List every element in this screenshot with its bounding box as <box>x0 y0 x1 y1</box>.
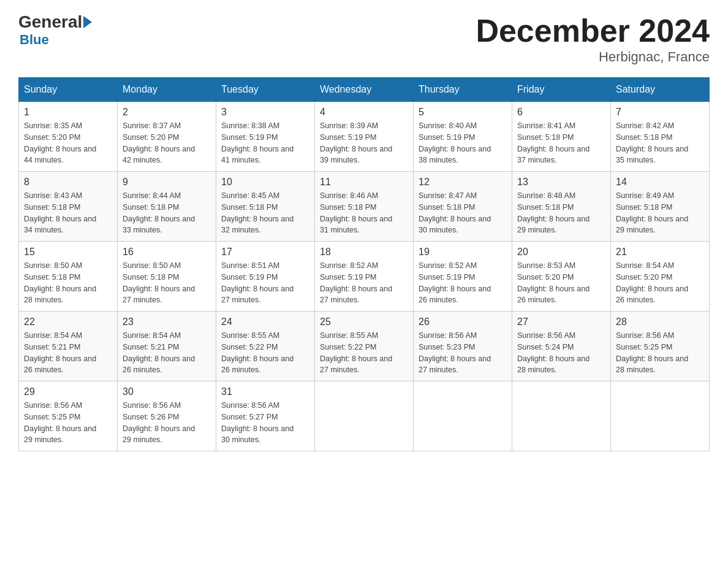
day-info: Sunrise: 8:50 AMSunset: 5:18 PMDaylight:… <box>24 260 112 306</box>
calendar-cell: 13 Sunrise: 8:48 AMSunset: 5:18 PMDaylig… <box>512 172 611 242</box>
day-number: 8 <box>24 177 112 188</box>
day-info: Sunrise: 8:42 AMSunset: 5:18 PMDaylight:… <box>616 120 704 166</box>
calendar-cell: 12 Sunrise: 8:47 AMSunset: 5:18 PMDaylig… <box>414 172 512 242</box>
day-info: Sunrise: 8:52 AMSunset: 5:19 PMDaylight:… <box>320 260 408 306</box>
calendar-cell: 6 Sunrise: 8:41 AMSunset: 5:18 PMDayligh… <box>512 102 611 172</box>
day-info: Sunrise: 8:54 AMSunset: 5:21 PMDaylight:… <box>123 330 211 376</box>
header-day-wednesday: Wednesday <box>315 78 414 102</box>
calendar-cell: 7 Sunrise: 8:42 AMSunset: 5:18 PMDayligh… <box>611 102 710 172</box>
day-number: 10 <box>221 177 309 188</box>
calendar-cell: 15 Sunrise: 8:50 AMSunset: 5:18 PMDaylig… <box>19 242 118 312</box>
day-number: 4 <box>320 107 408 118</box>
day-number: 24 <box>221 316 309 327</box>
day-number: 22 <box>24 316 112 327</box>
calendar-cell: 3 Sunrise: 8:38 AMSunset: 5:19 PMDayligh… <box>216 102 315 172</box>
day-number: 12 <box>419 177 507 188</box>
day-info: Sunrise: 8:39 AMSunset: 5:19 PMDaylight:… <box>320 120 408 166</box>
day-info: Sunrise: 8:41 AMSunset: 5:18 PMDaylight:… <box>517 120 605 166</box>
calendar-cell <box>315 381 414 451</box>
day-info: Sunrise: 8:56 AMSunset: 5:27 PMDaylight:… <box>221 400 309 446</box>
calendar-cell: 2 Sunrise: 8:37 AMSunset: 5:20 PMDayligh… <box>118 102 216 172</box>
logo-general-text: General <box>18 12 82 32</box>
calendar-cell: 9 Sunrise: 8:44 AMSunset: 5:18 PMDayligh… <box>118 172 216 242</box>
day-info: Sunrise: 8:45 AMSunset: 5:18 PMDaylight:… <box>221 190 309 236</box>
calendar-cell: 24 Sunrise: 8:55 AMSunset: 5:22 PMDaylig… <box>216 312 315 381</box>
day-number: 23 <box>123 316 211 327</box>
calendar-cell: 31 Sunrise: 8:56 AMSunset: 5:27 PMDaylig… <box>216 381 315 451</box>
day-info: Sunrise: 8:56 AMSunset: 5:25 PMDaylight:… <box>616 330 704 376</box>
day-info: Sunrise: 8:38 AMSunset: 5:19 PMDaylight:… <box>221 120 309 166</box>
calendar-cell: 4 Sunrise: 8:39 AMSunset: 5:19 PMDayligh… <box>315 102 414 172</box>
header-row: SundayMondayTuesdayWednesdayThursdayFrid… <box>19 78 710 102</box>
day-number: 14 <box>616 177 704 188</box>
day-number: 27 <box>517 316 605 327</box>
calendar-cell: 1 Sunrise: 8:35 AMSunset: 5:20 PMDayligh… <box>19 102 118 172</box>
day-number: 28 <box>616 316 704 327</box>
calendar-body: 1 Sunrise: 8:35 AMSunset: 5:20 PMDayligh… <box>19 102 710 451</box>
day-info: Sunrise: 8:54 AMSunset: 5:20 PMDaylight:… <box>616 260 704 306</box>
day-info: Sunrise: 8:43 AMSunset: 5:18 PMDaylight:… <box>24 190 112 236</box>
calendar-cell: 11 Sunrise: 8:46 AMSunset: 5:18 PMDaylig… <box>315 172 414 242</box>
day-number: 7 <box>616 107 704 118</box>
calendar-week-5: 29 Sunrise: 8:56 AMSunset: 5:25 PMDaylig… <box>19 381 710 451</box>
day-number: 25 <box>320 316 408 327</box>
calendar-week-1: 1 Sunrise: 8:35 AMSunset: 5:20 PMDayligh… <box>19 102 710 172</box>
calendar-week-2: 8 Sunrise: 8:43 AMSunset: 5:18 PMDayligh… <box>19 172 710 242</box>
day-number: 31 <box>221 386 309 397</box>
day-number: 19 <box>419 247 507 258</box>
day-info: Sunrise: 8:56 AMSunset: 5:25 PMDaylight:… <box>24 400 112 446</box>
calendar-cell: 17 Sunrise: 8:51 AMSunset: 5:19 PMDaylig… <box>216 242 315 312</box>
calendar-cell <box>611 381 710 451</box>
logo-blue-text: Blue <box>20 32 49 48</box>
header-day-thursday: Thursday <box>414 78 512 102</box>
calendar-cell <box>414 381 512 451</box>
header-day-friday: Friday <box>512 78 611 102</box>
logo-arrow-icon <box>83 16 92 28</box>
page-header: General Blue December 2024 Herbignac, Fr… <box>18 12 710 65</box>
header-day-saturday: Saturday <box>611 78 710 102</box>
calendar-header: SundayMondayTuesdayWednesdayThursdayFrid… <box>19 78 710 102</box>
day-info: Sunrise: 8:44 AMSunset: 5:18 PMDaylight:… <box>123 190 211 236</box>
month-title: December 2024 <box>476 12 710 49</box>
location-text: Herbignac, France <box>476 49 710 65</box>
day-number: 18 <box>320 247 408 258</box>
calendar-cell: 16 Sunrise: 8:50 AMSunset: 5:18 PMDaylig… <box>118 242 216 312</box>
day-number: 6 <box>517 107 605 118</box>
day-info: Sunrise: 8:46 AMSunset: 5:18 PMDaylight:… <box>320 190 408 236</box>
day-number: 26 <box>419 316 507 327</box>
header-day-sunday: Sunday <box>19 78 118 102</box>
calendar-cell: 5 Sunrise: 8:40 AMSunset: 5:19 PMDayligh… <box>414 102 512 172</box>
calendar-cell: 29 Sunrise: 8:56 AMSunset: 5:25 PMDaylig… <box>19 381 118 451</box>
calendar-week-4: 22 Sunrise: 8:54 AMSunset: 5:21 PMDaylig… <box>19 312 710 381</box>
calendar-cell: 30 Sunrise: 8:56 AMSunset: 5:26 PMDaylig… <box>118 381 216 451</box>
day-info: Sunrise: 8:51 AMSunset: 5:19 PMDaylight:… <box>221 260 309 306</box>
day-number: 11 <box>320 177 408 188</box>
day-info: Sunrise: 8:54 AMSunset: 5:21 PMDaylight:… <box>24 330 112 376</box>
day-number: 13 <box>517 177 605 188</box>
day-info: Sunrise: 8:37 AMSunset: 5:20 PMDaylight:… <box>123 120 211 166</box>
day-info: Sunrise: 8:49 AMSunset: 5:18 PMDaylight:… <box>616 190 704 236</box>
title-section: December 2024 Herbignac, France <box>476 12 710 65</box>
day-info: Sunrise: 8:48 AMSunset: 5:18 PMDaylight:… <box>517 190 605 236</box>
day-number: 1 <box>24 107 112 118</box>
day-info: Sunrise: 8:40 AMSunset: 5:19 PMDaylight:… <box>419 120 507 166</box>
day-info: Sunrise: 8:35 AMSunset: 5:20 PMDaylight:… <box>24 120 112 166</box>
day-number: 9 <box>123 177 211 188</box>
day-number: 15 <box>24 247 112 258</box>
header-day-monday: Monday <box>118 78 216 102</box>
calendar-cell: 23 Sunrise: 8:54 AMSunset: 5:21 PMDaylig… <box>118 312 216 381</box>
calendar-cell: 19 Sunrise: 8:52 AMSunset: 5:19 PMDaylig… <box>414 242 512 312</box>
day-info: Sunrise: 8:56 AMSunset: 5:23 PMDaylight:… <box>419 330 507 376</box>
day-number: 29 <box>24 386 112 397</box>
day-number: 5 <box>419 107 507 118</box>
calendar-week-3: 15 Sunrise: 8:50 AMSunset: 5:18 PMDaylig… <box>19 242 710 312</box>
calendar-table: SundayMondayTuesdayWednesdayThursdayFrid… <box>18 77 710 451</box>
day-info: Sunrise: 8:53 AMSunset: 5:20 PMDaylight:… <box>517 260 605 306</box>
day-info: Sunrise: 8:55 AMSunset: 5:22 PMDaylight:… <box>320 330 408 376</box>
calendar-cell: 10 Sunrise: 8:45 AMSunset: 5:18 PMDaylig… <box>216 172 315 242</box>
day-number: 2 <box>123 107 211 118</box>
day-info: Sunrise: 8:47 AMSunset: 5:18 PMDaylight:… <box>419 190 507 236</box>
day-info: Sunrise: 8:56 AMSunset: 5:24 PMDaylight:… <box>517 330 605 376</box>
day-number: 20 <box>517 247 605 258</box>
day-number: 16 <box>123 247 211 258</box>
